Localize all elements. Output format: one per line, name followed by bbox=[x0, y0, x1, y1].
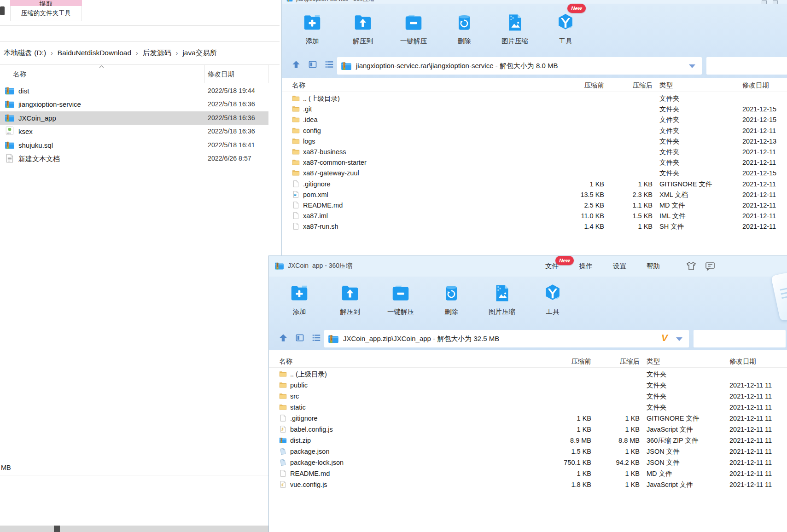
window-maximize-fragment[interactable] bbox=[762, 0, 767, 4]
archive-row[interactable]: config文件夹2021-12-11 bbox=[282, 125, 787, 136]
image-compress-button[interactable]: 图片压缩 bbox=[484, 283, 519, 316]
add-button[interactable]: 添加 bbox=[295, 12, 330, 46]
ribbon-tab-compressed-folder-tools[interactable]: 压缩的文件夹工具 bbox=[10, 6, 82, 21]
dropdown-arrow-icon[interactable] bbox=[689, 64, 695, 68]
panel-view-button[interactable] bbox=[295, 333, 305, 343]
row-name: .git bbox=[303, 104, 312, 115]
column-header-type[interactable]: 类型 bbox=[659, 81, 673, 90]
column-header-after[interactable]: 压缩后 bbox=[557, 357, 640, 366]
archive-row[interactable]: xa87-business文件夹2021-12-11 bbox=[282, 146, 787, 157]
archive-row[interactable]: src文件夹2021-12-11 11 bbox=[269, 391, 787, 402]
address-bar[interactable]: jiangxioption-service.rar\jiangxioption-… bbox=[337, 57, 702, 75]
vip-badge[interactable]: V bbox=[661, 332, 668, 343]
list-view-button[interactable] bbox=[311, 333, 321, 343]
archive-row[interactable]: .. (上级目录)文件夹 bbox=[269, 369, 787, 380]
archive-row[interactable]: README.md1 KB1 KBMD 文件2021-12-11 11 bbox=[269, 468, 787, 479]
archive-row[interactable]: .git文件夹2021-12-15 bbox=[282, 104, 787, 115]
tools-button[interactable]: 工具 bbox=[535, 283, 570, 316]
file-icon bbox=[292, 201, 300, 209]
breadcrumb-item[interactable]: BaiduNetdiskDownload bbox=[58, 49, 131, 57]
archive-row[interactable]: xa87-gateway-zuul文件夹2021-12-15 bbox=[282, 168, 787, 179]
up-directory-button[interactable] bbox=[278, 333, 288, 343]
column-header-name[interactable]: 名称 bbox=[13, 70, 26, 79]
image-compress-button[interactable]: 图片压缩 bbox=[497, 12, 532, 46]
archive-row[interactable]: .idea文件夹2021-12-15 bbox=[282, 114, 787, 125]
file-row[interactable]: 新建文本文档2022/6/26 8:57 bbox=[0, 152, 268, 165]
archive-row[interactable]: static文件夹2021-12-11 11 bbox=[269, 402, 787, 413]
breadcrumb-item[interactable]: java交易所 bbox=[182, 48, 217, 58]
archive-row[interactable]: package.json1.5 KB1 KBJSON 文件2021-12-11 … bbox=[269, 446, 787, 457]
archive-row[interactable]: dist.zip8.9 MB8.8 MB360压缩 ZIP 文件2021-12-… bbox=[269, 435, 787, 446]
ribbon-divider bbox=[0, 25, 280, 26]
menu-item-operations[interactable]: 操作 bbox=[579, 262, 592, 271]
file-icon bbox=[292, 212, 300, 220]
column-header-name[interactable]: 名称 bbox=[292, 81, 305, 90]
column-header-after[interactable]: 压缩后 bbox=[570, 81, 653, 90]
menu-item-settings[interactable]: 设置 bbox=[613, 262, 626, 271]
archive-row[interactable]: package-lock.json750.1 KB94.2 KBJSON 文件2… bbox=[269, 457, 787, 468]
add-button[interactable]: 添加 bbox=[282, 283, 317, 316]
column-header-date[interactable]: 修改日期 bbox=[729, 357, 756, 366]
menu-item-help[interactable]: 帮助 bbox=[647, 262, 660, 271]
archive-row[interactable]: logs文件夹2021-12-13 bbox=[282, 136, 787, 147]
archive-row[interactable]: .gitignore1 KB1 KBGITIGNORE 文件2021-12-11… bbox=[269, 413, 787, 424]
archive-row[interactable]: babel.config.js1 KB1 KBJavaScript 文件2021… bbox=[269, 424, 787, 435]
dropdown-arrow-icon[interactable] bbox=[676, 337, 682, 341]
archive-row[interactable]: README.md2.5 KB1.1 KBMD 文件2021-12-11 bbox=[282, 200, 787, 211]
search-box[interactable] bbox=[706, 57, 787, 75]
column-header-date[interactable]: 修改日期 bbox=[742, 81, 769, 90]
archive-row[interactable]: xa87-run.sh1.4 KB1 KBSH 文件2021-12-11 bbox=[282, 221, 787, 232]
one-click-extract-button[interactable]: 一键解压 bbox=[383, 283, 418, 316]
tools-button[interactable]: 工具 bbox=[548, 12, 583, 46]
zip-icon bbox=[328, 333, 339, 344]
search-box[interactable] bbox=[694, 330, 786, 347]
list-view-button[interactable] bbox=[324, 59, 334, 69]
file-row[interactable]: APKksex2022/5/18 16:36 bbox=[0, 125, 268, 138]
extract-to-button[interactable]: 解压到 bbox=[345, 12, 380, 46]
new-badge: New bbox=[555, 256, 574, 265]
row-size-after: 1 KB bbox=[557, 479, 640, 490]
row-date: 2021-12-11 bbox=[742, 157, 776, 168]
row-type: 文件夹 bbox=[647, 391, 667, 402]
row-name: src bbox=[290, 391, 299, 402]
js-icon bbox=[279, 425, 287, 433]
breadcrumb-item[interactable]: 本地磁盘 (D:) bbox=[4, 48, 46, 58]
row-date: 2021-12-11 bbox=[742, 221, 776, 232]
ribbon-tab-extract[interactable]: 提取 bbox=[10, 0, 82, 6]
delete-button[interactable]: 删除 bbox=[434, 283, 469, 316]
file-row[interactable]: dist2022/5/18 19:44 bbox=[0, 84, 268, 98]
archive-row[interactable]: .. (上级目录)文件夹 bbox=[282, 93, 787, 104]
panel-view-button[interactable] bbox=[308, 59, 318, 69]
feedback-icon[interactable] bbox=[705, 260, 716, 272]
file-row[interactable]: shujuku.sql2022/5/18 16:41 bbox=[0, 139, 268, 152]
archive-row[interactable]: .gitignore1 KB1 KBGITIGNORE 文件2021-12-11 bbox=[282, 179, 787, 190]
row-type: SH 文件 bbox=[659, 221, 684, 232]
archive-row[interactable]: public文件夹2021-12-11 11 bbox=[269, 380, 787, 391]
row-name: .gitignore bbox=[303, 179, 331, 190]
one-click-extract-button[interactable]: 一键解压 bbox=[396, 12, 431, 46]
delete-button[interactable]: 删除 bbox=[447, 12, 482, 46]
row-name: pom.xml bbox=[303, 189, 328, 200]
column-header-name[interactable]: 名称 bbox=[279, 357, 292, 366]
address-bar[interactable]: JXCoin_app.zip\JXCoin_app - 解包大小为 32.5 M… bbox=[324, 330, 689, 347]
breadcrumb-item[interactable]: 后发源码 bbox=[143, 48, 171, 58]
extract-to-button[interactable]: 解压到 bbox=[332, 283, 367, 316]
row-date: 2021-12-11 11 bbox=[729, 402, 772, 413]
row-name: config bbox=[303, 125, 321, 136]
archive-row[interactable]: xa87-common-starter文件夹2021-12-11 bbox=[282, 157, 787, 168]
row-type: JSON 文件 bbox=[647, 457, 680, 468]
window-close-fragment[interactable] bbox=[773, 0, 778, 4]
up-directory-button[interactable] bbox=[291, 59, 301, 69]
archive-row[interactable]: vue.config.js1.8 KB1 KBJavaScript 文件2021… bbox=[269, 479, 787, 490]
archive-row[interactable]: pom.xml13.5 KB2.3 KBXML 文档2021-12-11 bbox=[282, 189, 787, 200]
column-header-type[interactable]: 类型 bbox=[647, 357, 660, 366]
skin-theme-icon[interactable] bbox=[686, 260, 697, 272]
file-row[interactable]: JXCoin_app2022/5/18 16:36 bbox=[0, 111, 268, 125]
row-name: dist.zip bbox=[290, 435, 311, 446]
archive-row[interactable]: xa87.iml11.0 KB1.5 KBIML 文件2021-12-11 bbox=[282, 210, 787, 221]
column-header-date[interactable]: 修改日期 bbox=[208, 70, 234, 79]
file-row[interactable]: jiangxioption-service2022/5/18 16:36 bbox=[0, 98, 268, 111]
toolbar-button-label: 图片压缩 bbox=[489, 307, 515, 316]
toolbar: 添加解压到一键解压删除图片压缩工具 bbox=[295, 12, 583, 46]
file-name: ksex bbox=[18, 125, 33, 138]
